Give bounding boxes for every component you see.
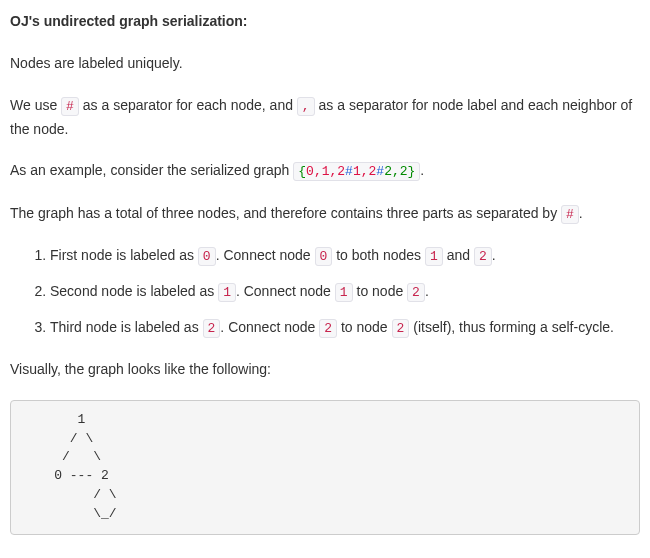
text: First node is labeled as [50,247,198,263]
text: . Connect node [236,283,335,299]
list-item: First node is labeled as 0. Connect node… [50,244,640,268]
hash-token: # [61,97,79,116]
text: Third node is labeled as [50,319,203,335]
text: . [579,205,583,221]
seg2: 1,2 [353,164,376,179]
node-label: 2 [407,283,425,302]
text: (itself), thus forming a self-cycle. [409,319,614,335]
example-paragraph: As an example, consider the serialized g… [10,159,640,183]
ascii-graph: 1 / \ / \ 0 --- 2 / \ \_/ [10,400,640,535]
hash-token: # [561,205,579,224]
lbrace: { [298,164,306,179]
text: . Connect node [220,319,319,335]
text: The graph has a total of three nodes, an… [10,205,561,221]
text: as a separator for each node, and [83,97,297,113]
text: to node [353,283,408,299]
node-label: 2 [474,247,492,266]
node-label: 0 [198,247,216,266]
text: Second node is labeled as [50,283,218,299]
serialized-graph-code: {0,1,2#1,2#2,2} [293,162,420,181]
text: to node [337,319,392,335]
visual-paragraph: Visually, the graph looks like the follo… [10,358,640,382]
rbrace: } [408,164,416,179]
text: and [443,247,474,263]
node-label: 2 [203,319,221,338]
node-label: 1 [335,283,353,302]
text: . [425,283,429,299]
seg1: 0,1,2 [306,164,345,179]
node-label: 1 [425,247,443,266]
node-label: 1 [218,283,236,302]
separator-paragraph: We use # as a separator for each node, a… [10,94,640,142]
hash2: # [376,164,384,179]
heading: OJ's undirected graph serialization: [10,13,248,29]
list-item: Third node is labeled as 2. Connect node… [50,316,640,340]
heading-line: OJ's undirected graph serialization: [10,10,640,34]
text: . Connect node [216,247,315,263]
text: As an example, consider the serialized g… [10,162,293,178]
three-parts-paragraph: The graph has a total of three nodes, an… [10,202,640,226]
intro-paragraph: Nodes are labeled uniquely. [10,52,640,76]
text: . [420,162,424,178]
seg3: 2,2 [384,164,407,179]
list-item: Second node is labeled as 1. Connect nod… [50,280,640,304]
text: to both nodes [332,247,425,263]
node-label: 2 [319,319,337,338]
text: We use [10,97,61,113]
node-label: 0 [315,247,333,266]
hash1: # [345,164,353,179]
text: . [492,247,496,263]
node-label: 2 [392,319,410,338]
node-list: First node is labeled as 0. Connect node… [10,244,640,340]
comma-token: , [297,97,315,116]
